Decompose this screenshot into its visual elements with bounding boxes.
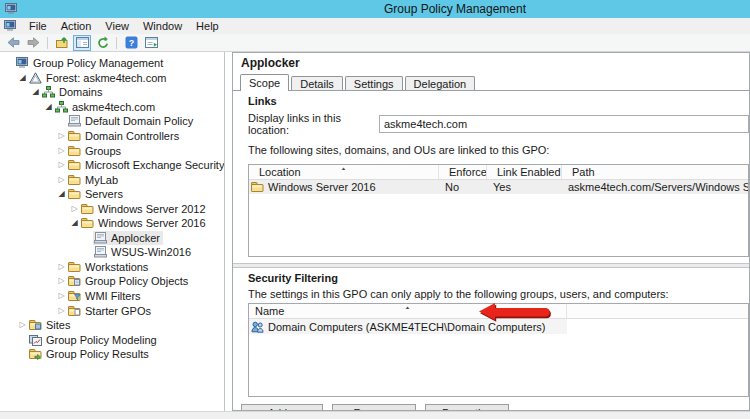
tree-item-label: Forest: askme4tech.com xyxy=(46,72,166,84)
tree-item-body: WMI Filters xyxy=(67,289,144,303)
console-window-icon xyxy=(4,20,17,32)
tree-expander-icon[interactable]: ▷ xyxy=(17,320,28,330)
tab-delegation[interactable]: Delegation xyxy=(405,76,476,90)
tree-item-mylab[interactable]: ▷MyLab xyxy=(0,172,224,187)
links-row-enforced: No xyxy=(439,180,487,194)
tree-item-label: Default Domain Policy xyxy=(85,115,193,127)
security-filtering-buttons: Add...RemoveProperties xyxy=(241,404,749,411)
remove-button[interactable]: Remove xyxy=(332,404,416,411)
folder-icon xyxy=(251,181,265,193)
folder-icon xyxy=(68,174,82,186)
results-icon xyxy=(29,348,43,360)
tree-expander-icon[interactable]: ▷ xyxy=(56,146,67,156)
security-header-filler xyxy=(567,304,748,318)
gpmc-window: Group Policy Management FileActionViewWi… xyxy=(0,0,750,419)
back-icon[interactable] xyxy=(4,35,22,51)
tree-item-askme4tech-com[interactable]: ◢askme4tech.com xyxy=(0,100,224,115)
tab-scope[interactable]: Scope xyxy=(240,74,289,91)
properties-button[interactable]: Properties xyxy=(425,404,509,411)
scope-tab-page: Links Display links in this location: as… xyxy=(233,95,749,411)
tab-settings[interactable]: Settings xyxy=(345,76,403,90)
tree-expander-icon[interactable]: ▷ xyxy=(56,306,67,316)
tree-item-label: Domains xyxy=(59,86,102,98)
tree-item-label: WMI Filters xyxy=(85,290,141,302)
tree-item-group-policy-results[interactable]: Group Policy Results xyxy=(0,347,224,362)
add-button[interactable]: Add... xyxy=(241,404,323,411)
links-column-header-location[interactable]: Location▲ xyxy=(249,165,439,179)
tree-expander-icon[interactable]: ◢ xyxy=(69,218,80,228)
export-list-icon[interactable] xyxy=(142,35,160,51)
tree-expander-icon[interactable]: ◢ xyxy=(17,73,28,83)
show-console-tree-icon[interactable] xyxy=(73,35,91,51)
folder-icon xyxy=(81,217,95,229)
gpo-icon xyxy=(94,232,108,244)
tree-item-windows-server-2016[interactable]: ◢Windows Server 2016 xyxy=(0,216,224,231)
tree-item-body: Domain Controllers xyxy=(67,129,182,143)
tree-expander-icon[interactable]: ▷ xyxy=(56,175,67,185)
forward-icon[interactable] xyxy=(24,35,42,51)
tree-item-group-policy-management[interactable]: Group Policy Management xyxy=(0,56,224,71)
tree-item-body: Starter GPOs xyxy=(67,304,154,318)
tree-item-body: Forest: askme4tech.com xyxy=(28,71,169,85)
tree-item-forest-askme4tech-com[interactable]: ◢Forest: askme4tech.com xyxy=(0,71,224,86)
menubar: FileActionViewWindowHelp xyxy=(0,18,750,34)
menu-file[interactable]: File xyxy=(22,19,54,33)
tree-item-windows-server-2012[interactable]: ▷Windows Server 2012 xyxy=(0,201,224,216)
results-pane: Applocker ScopeDetailsSettingsDelegation… xyxy=(232,52,750,411)
tree-item-sites[interactable]: ▷Sites xyxy=(0,318,224,333)
links-column-header-link-enabled[interactable]: Link Enabled xyxy=(487,165,562,179)
links-heading: Links xyxy=(248,95,749,107)
up-one-level-icon[interactable] xyxy=(53,35,71,51)
tree-item-domains[interactable]: ◢Domains xyxy=(0,85,224,100)
tree-item-body: Default Domain Policy xyxy=(67,114,196,128)
refresh-icon[interactable] xyxy=(93,35,111,51)
menu-view[interactable]: View xyxy=(98,19,136,33)
toolbar-separator xyxy=(116,37,117,49)
location-combobox[interactable]: askme4tech.com xyxy=(379,115,749,133)
tree-expander-icon[interactable]: ▷ xyxy=(56,262,67,272)
tree-item-body: Group Policy Objects xyxy=(67,274,191,288)
tree-item-group-policy-objects[interactable]: ▷Group Policy Objects xyxy=(0,274,224,289)
tree-item-domain-controllers[interactable]: ▷Domain Controllers xyxy=(0,129,224,144)
tree-item-label: Sites xyxy=(46,319,70,331)
tree-item-label: WSUS-Win2016 xyxy=(111,246,191,258)
location-combobox-value: askme4tech.com xyxy=(384,118,467,130)
tab-details[interactable]: Details xyxy=(291,76,343,90)
tree-expander-icon[interactable]: ▷ xyxy=(56,160,67,170)
tree-item-wsus-win2016[interactable]: WSUS-Win2016 xyxy=(0,245,224,260)
folder-gpo-icon xyxy=(68,275,82,287)
menu-help[interactable]: Help xyxy=(189,19,226,33)
tree-expander-icon[interactable]: ◢ xyxy=(56,189,67,199)
titlebar[interactable]: Group Policy Management xyxy=(0,0,750,18)
tree-expander-icon[interactable]: ▷ xyxy=(56,276,67,286)
tree-expander-icon[interactable]: ◢ xyxy=(43,102,54,112)
sort-ascending-icon: ▲ xyxy=(405,305,411,310)
menu-window[interactable]: Window xyxy=(136,19,189,33)
security-filtering-heading: Security Filtering xyxy=(248,272,749,284)
tree-item-default-domain-policy[interactable]: Default Domain Policy xyxy=(0,114,224,129)
tree-expander-icon[interactable]: ▷ xyxy=(56,131,67,141)
tree-item-body: Group Policy Results xyxy=(28,347,152,361)
tree-item-groups[interactable]: ▷Groups xyxy=(0,143,224,158)
app-icon xyxy=(5,3,18,15)
tree-expander-icon[interactable]: ▷ xyxy=(56,291,67,301)
tree-expander-icon[interactable]: ◢ xyxy=(30,87,41,97)
tree-item-microsoft-exchange-security-group[interactable]: ▷Microsoft Exchange Security Group xyxy=(0,158,224,173)
help-icon[interactable]: ? xyxy=(122,35,140,51)
tree-item-wmi-filters[interactable]: ▷WMI Filters xyxy=(0,289,224,304)
links-column-header-path[interactable]: Path xyxy=(562,165,748,179)
tree-item-starter-gpos[interactable]: ▷Starter GPOs xyxy=(0,303,224,318)
tree-expander-icon[interactable]: ▷ xyxy=(69,204,80,214)
links-row[interactable]: Windows Server 2016NoYesaskme4tech.com/S… xyxy=(249,180,748,194)
tree-item-workstations[interactable]: ▷Workstations xyxy=(0,260,224,275)
menu-action[interactable]: Action xyxy=(54,19,99,33)
links-column-header-enforced[interactable]: Enforced xyxy=(439,165,487,179)
tree-item-body: Domains xyxy=(41,85,105,99)
window-title: Group Policy Management xyxy=(160,0,750,18)
section-splitter[interactable] xyxy=(233,263,749,268)
tree-item-servers[interactable]: ◢Servers xyxy=(0,187,224,202)
tree-item-applocker[interactable]: Applocker xyxy=(0,231,224,246)
folder-icon xyxy=(68,159,82,171)
tree-item-label: Starter GPOs xyxy=(85,305,151,317)
tree-item-group-policy-modeling[interactable]: Group Policy Modeling xyxy=(0,332,224,347)
